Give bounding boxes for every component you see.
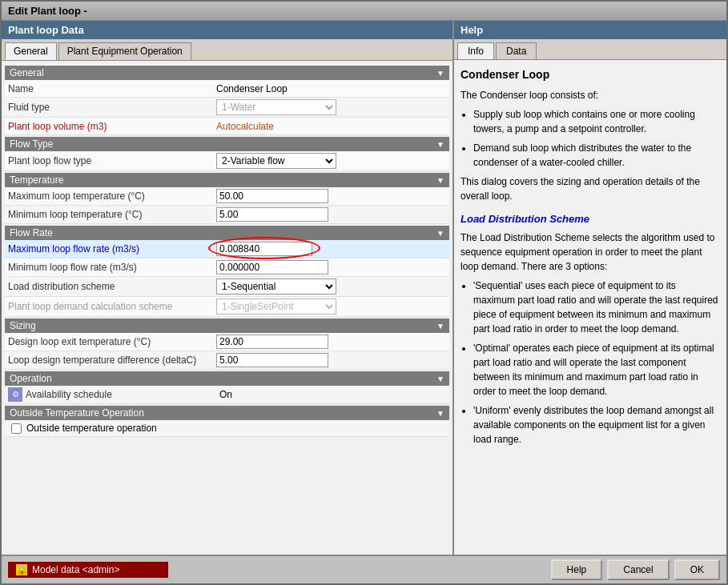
outside-temp-operation-checkbox[interactable] xyxy=(11,423,22,434)
main-window: Edit Plant loop - Plant loop Data Genera… xyxy=(0,0,728,585)
help-title: Condenser Loop xyxy=(461,66,720,83)
field-availability-schedule-label: Availability schedule xyxy=(26,389,219,400)
field-min-loop-temp-value[interactable] xyxy=(216,207,446,222)
field-availability-schedule: ⚙ Availability schedule On xyxy=(5,386,449,404)
section-flow-rate-arrow[interactable]: ▼ xyxy=(436,229,444,238)
help-scheme-intro: The Load Distribution Scheme selects the… xyxy=(461,230,720,274)
help-intro: The Condenser loop consists of: xyxy=(461,88,720,102)
min-loop-flow-rate-input[interactable] xyxy=(216,260,328,274)
field-plant-loop-volume-label: Plant loop volume (m3) xyxy=(8,121,216,132)
section-outside-temp-arrow[interactable]: ▼ xyxy=(436,409,444,418)
right-panel-header: Help xyxy=(454,21,726,39)
section-flow-rate: Flow Rate ▼ xyxy=(5,226,449,240)
section-temperature: Temperature ▼ xyxy=(5,173,449,187)
model-info: 🔒 Model data <admin> xyxy=(8,562,168,578)
left-panel: Plant loop Data General Plant Equipment … xyxy=(2,21,454,555)
bottom-bar: 🔒 Model data <admin> Help Cancel OK xyxy=(2,555,726,583)
outside-temp-operation-label: Outside temperature operation xyxy=(26,423,157,434)
field-min-loop-flow-rate-label: Minimum loop flow rate (m3/s) xyxy=(8,262,216,273)
ok-button[interactable]: OK xyxy=(674,559,720,580)
field-max-loop-flow-rate-label: Maximum loop flow rate (m3/s) xyxy=(8,243,216,254)
help-subtitle: Load Distribution Scheme xyxy=(461,211,720,227)
field-plant-loop-demand-calc-value: 1-SingleSetPoint xyxy=(216,299,446,315)
loop-design-temp-diff-input[interactable] xyxy=(216,353,328,367)
help-tab-bar: Info Data xyxy=(454,39,726,60)
field-max-loop-flow-rate-value[interactable] xyxy=(216,242,446,256)
title-bar: Edit Plant loop - xyxy=(2,2,726,21)
min-loop-temp-input[interactable] xyxy=(216,207,328,222)
field-min-loop-flow-rate-value[interactable] xyxy=(216,260,446,274)
plant-loop-flow-type-select[interactable]: 2-Variable flow xyxy=(216,153,336,169)
field-fluid-type-label: Fluid type xyxy=(8,102,216,113)
field-design-loop-exit-temp-label: Design loop exit temperature (°C) xyxy=(8,336,216,347)
field-min-loop-temp-label: Minimum loop temperature (°C) xyxy=(8,209,216,220)
field-plant-loop-volume-value: Autocalculate xyxy=(216,121,446,132)
tab-plant-equipment-operation[interactable]: Plant Equipment Operation xyxy=(58,42,191,60)
field-plant-loop-demand-calc-label: Plant loop demand calculation scheme xyxy=(8,301,216,312)
field-loop-design-temp-diff-value[interactable] xyxy=(216,353,446,367)
help-scheme-bullet-1: 'Sequential' uses each piece of equipmen… xyxy=(473,278,720,336)
field-load-distribution-scheme-label: Load distribution scheme xyxy=(8,281,216,292)
section-outside-temp-operation: Outside Temperature Operation ▼ xyxy=(5,406,449,420)
tab-bar: General Plant Equipment Operation xyxy=(2,39,452,61)
help-tab-data[interactable]: Data xyxy=(496,42,537,59)
field-min-loop-temp: Minimum loop temperature (°C) xyxy=(5,206,449,224)
field-design-loop-exit-temp-value[interactable] xyxy=(216,335,446,349)
field-plant-loop-volume: Plant loop volume (m3) Autocalculate xyxy=(5,118,449,135)
field-plant-loop-flow-type-value[interactable]: 2-Variable flow xyxy=(216,153,446,169)
section-general-arrow[interactable]: ▼ xyxy=(436,69,444,78)
help-bullet-1: Supply sub loop which contains one or mo… xyxy=(473,107,720,136)
field-name-value: Condenser Loop xyxy=(216,83,446,94)
help-scheme-bullet-3: 'Uniform' evenly distributes the loop de… xyxy=(473,403,720,447)
help-bullet-2: Demand sub loop which distributes the wa… xyxy=(473,141,720,170)
section-temperature-arrow[interactable]: ▼ xyxy=(436,176,444,185)
section-sizing-arrow[interactable]: ▼ xyxy=(436,322,444,331)
section-sizing: Sizing ▼ xyxy=(5,319,449,333)
design-loop-exit-temp-input[interactable] xyxy=(216,335,328,349)
field-fluid-type-value: 1-Water xyxy=(216,99,446,115)
load-distribution-scheme-select[interactable]: 1-Sequential xyxy=(216,278,336,295)
field-max-loop-temp: Maximum loop temperature (°C) xyxy=(5,187,449,206)
field-loop-design-temp-diff: Loop design temperature difference (delt… xyxy=(5,351,449,370)
field-availability-schedule-value: On xyxy=(219,389,446,400)
field-load-distribution-scheme-value[interactable]: 1-Sequential xyxy=(216,278,446,295)
section-flow-type: Flow Type ▼ xyxy=(5,137,449,151)
field-max-loop-flow-rate: Maximum loop flow rate (m3/s) xyxy=(5,240,449,258)
field-plant-loop-flow-type-label: Plant loop flow type xyxy=(8,155,216,166)
help-bullets: Supply sub loop which contains one or mo… xyxy=(461,107,720,170)
field-name-label: Name xyxy=(8,83,216,94)
main-content: Plant loop Data General Plant Equipment … xyxy=(2,21,726,555)
max-loop-temp-input[interactable] xyxy=(216,189,328,203)
field-plant-loop-flow-type: Plant loop flow type 2-Variable flow xyxy=(5,151,449,171)
right-panel: Help Info Data Condenser Loop The Conden… xyxy=(454,21,726,555)
panel-content: General ▼ Name Condenser Loop Fluid type… xyxy=(2,61,452,555)
availability-schedule-icon: ⚙ xyxy=(8,387,22,402)
window-title: Edit Plant loop - xyxy=(8,5,87,17)
plant-loop-demand-calc-select: 1-SingleSetPoint xyxy=(216,299,336,315)
field-min-loop-flow-rate: Minimum loop flow rate (m3/s) xyxy=(5,258,449,277)
section-operation: Operation ▼ xyxy=(5,371,449,386)
field-design-loop-exit-temp: Design loop exit temperature (°C) xyxy=(5,333,449,351)
help-scheme-bullet-2: 'Optimal' operates each piece of equipme… xyxy=(473,341,720,399)
section-operation-arrow[interactable]: ▼ xyxy=(436,375,444,383)
field-loop-design-temp-diff-label: Loop design temperature difference (delt… xyxy=(8,355,216,366)
help-content: Condenser Loop The Condenser loop consis… xyxy=(454,60,726,555)
max-loop-flow-rate-input[interactable] xyxy=(216,242,312,256)
field-name: Name Condenser Loop xyxy=(5,80,449,98)
tab-general[interactable]: General xyxy=(5,42,57,60)
help-button[interactable]: Help xyxy=(551,559,603,580)
lock-icon: 🔒 xyxy=(16,564,27,575)
section-general: General ▼ xyxy=(5,66,449,80)
help-tab-info[interactable]: Info xyxy=(457,42,494,59)
help-dialog-text: This dialog covers the sizing and operat… xyxy=(461,174,720,203)
section-flow-type-arrow[interactable]: ▼ xyxy=(436,140,444,149)
cancel-button[interactable]: Cancel xyxy=(607,559,669,580)
field-max-loop-temp-label: Maximum loop temperature (°C) xyxy=(8,190,216,202)
field-max-loop-temp-value[interactable] xyxy=(216,189,446,203)
field-outside-temp-operation: Outside temperature operation xyxy=(5,420,449,437)
model-info-text: Model data <admin> xyxy=(32,564,119,575)
left-panel-header: Plant loop Data xyxy=(2,21,452,39)
field-plant-loop-demand-calc: Plant loop demand calculation scheme 1-S… xyxy=(5,297,449,317)
fluid-type-select: 1-Water xyxy=(216,99,336,115)
help-scheme-bullets: 'Sequential' uses each piece of equipmen… xyxy=(461,278,720,447)
